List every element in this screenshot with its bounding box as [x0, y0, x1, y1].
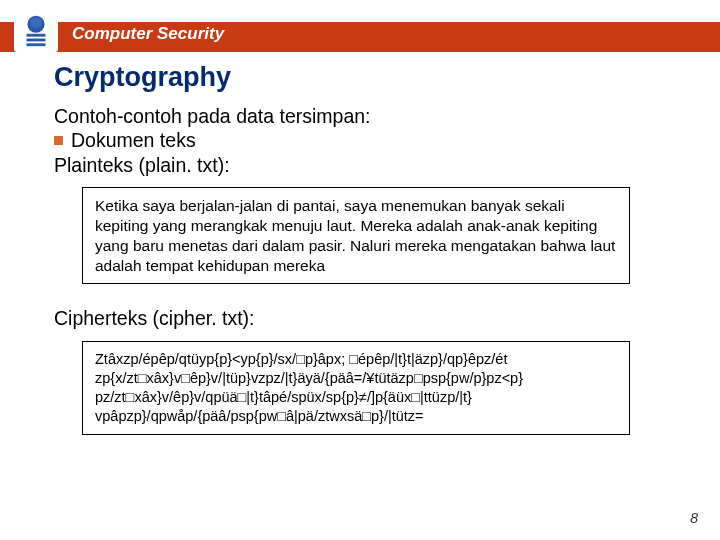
ciphertext-label: Cipherteks (cipher. txt):	[54, 306, 690, 330]
page-number: 8	[690, 510, 698, 526]
plaintext-box: Ketika saya berjalan-jalan di pantai, sa…	[82, 187, 630, 284]
svg-rect-2	[27, 39, 46, 42]
bullet-label: Dokumen teks	[71, 128, 196, 152]
brain-logo-icon	[17, 11, 55, 49]
svg-rect-3	[27, 43, 46, 46]
bullet-item: Dokumen teks	[54, 128, 690, 152]
bullet-square-icon	[54, 136, 63, 145]
intro-text: Contoh-contoh pada data tersimpan:	[54, 104, 690, 128]
plaintext-label: Plainteks (plain. txt):	[54, 153, 690, 177]
course-title: Computer Security	[72, 24, 224, 44]
svg-rect-1	[27, 34, 46, 37]
ciphertext-box: Ztâxzp/épêp/qtüyp{p}<yp{p}/sx/□p}âpx; □é…	[82, 341, 630, 436]
institution-logo	[14, 8, 58, 52]
slide-title: Cryptography	[54, 62, 231, 93]
slide-content: Contoh-contoh pada data tersimpan: Dokum…	[54, 104, 690, 435]
